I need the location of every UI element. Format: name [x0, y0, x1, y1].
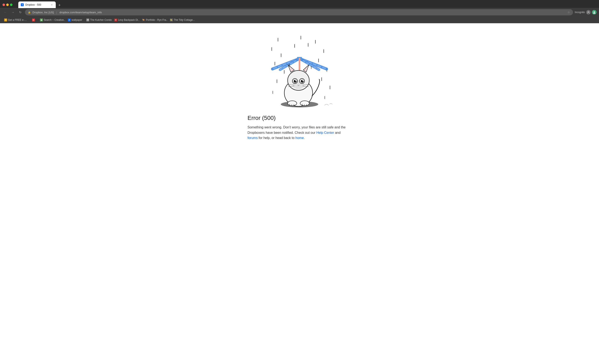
svg-point-33	[295, 80, 296, 81]
svg-point-1	[594, 11, 595, 12]
svg-rect-2	[278, 38, 278, 42]
svg-point-35	[301, 80, 304, 83]
incognito-area: Incognito	[575, 10, 597, 15]
maximize-button[interactable]	[10, 4, 12, 6]
svg-rect-56	[311, 66, 312, 69]
bookmark-get-free[interactable]: ★ Get a FREE e-boo...	[2, 18, 29, 22]
and-text: and	[334, 131, 341, 135]
svg-rect-12	[321, 77, 322, 81]
bookmarks-bar: ★ Get a FREE e-boo... E ◆ Search ~ Creat…	[0, 17, 599, 23]
bookmark-favicon-5: JK	[86, 18, 89, 21]
help-center-link[interactable]: Help Center	[316, 131, 334, 135]
lock-icon: 🔒	[28, 11, 31, 14]
cat-body	[281, 65, 320, 107]
svg-rect-5	[274, 62, 275, 66]
page-content: Error (500) Something went wrong. Don't …	[0, 23, 599, 364]
address-right: ☆	[567, 11, 570, 14]
bookmark-favicon-6: H	[114, 18, 117, 21]
tabs-bar: d Dropbox - 500 × +	[16, 1, 597, 8]
svg-point-36	[302, 80, 303, 81]
address-bar[interactable]: 🔒 Dropbox, Inc [US] | dropbox.com/team/s…	[25, 9, 573, 15]
error-title: Error (500)	[247, 115, 352, 121]
svg-point-32	[294, 80, 297, 83]
cat-illustration	[260, 32, 339, 110]
svg-rect-14	[300, 36, 301, 40]
bookmark-favicon-4: d	[68, 18, 71, 21]
bookmark-creative[interactable]: ◆ Search ~ Creative...	[38, 18, 65, 22]
bookmark-favicon-1: ★	[4, 18, 7, 21]
incognito-label: Incognito	[575, 11, 585, 14]
svg-rect-6	[284, 70, 284, 74]
bookmark-favicon-3: ◆	[40, 18, 43, 21]
svg-rect-16	[308, 43, 308, 47]
home-link[interactable]: home	[295, 136, 304, 140]
svg-point-48	[300, 101, 309, 106]
tab-favicon: d	[21, 3, 24, 6]
window-controls	[2, 4, 12, 6]
svg-rect-3	[271, 47, 272, 51]
bookmark-label-8: The Tidy Cottage...	[174, 18, 195, 21]
title-bar: d Dropbox - 500 × +	[0, 0, 599, 8]
svg-rect-8	[315, 40, 316, 44]
profile-button[interactable]	[592, 10, 597, 15]
svg-rect-13	[330, 86, 330, 89]
bookmark-wallpaper[interactable]: d wallpaper	[66, 18, 84, 22]
bookmark-kutcher[interactable]: JK The Kutcher Condo	[85, 18, 112, 22]
bookmark-favicon-7: 🐎	[142, 18, 145, 21]
svg-rect-55	[289, 64, 290, 67]
bookmark-label-3: Search ~ Creative...	[44, 18, 65, 21]
bookmark-portfolio[interactable]: 🐎 Portfolio - Ryn Fra...	[141, 18, 167, 22]
new-tab-button[interactable]: +	[57, 2, 62, 8]
tab-close-button[interactable]: ×	[50, 3, 53, 6]
org-name: Dropbox, Inc [US]	[32, 11, 54, 14]
bookmark-label-5: The Kutcher Condo	[90, 18, 112, 21]
error-illustration	[260, 32, 339, 110]
bookmark-label-6: Levy Backpack Di...	[118, 18, 140, 21]
address-separator: |	[56, 11, 57, 14]
svg-rect-4	[281, 53, 282, 57]
svg-rect-15	[294, 44, 295, 48]
svg-rect-10	[318, 59, 319, 62]
bookmark-tidy-cottage[interactable]: 🏡 The Tidy Cottage...	[168, 18, 195, 22]
period: .	[304, 136, 305, 140]
svg-point-47	[288, 101, 297, 106]
forums-link[interactable]: forums	[247, 136, 258, 140]
bookmark-label-4: wallpaper	[71, 18, 82, 21]
svg-rect-9	[323, 49, 324, 53]
svg-point-0	[588, 11, 589, 12]
close-button[interactable]	[2, 4, 5, 6]
tab-title: Dropbox - 500	[25, 3, 49, 6]
svg-rect-58	[273, 91, 273, 94]
svg-rect-7	[277, 79, 277, 83]
bookmark-label-7: Portfolio - Ryn Fra...	[146, 18, 167, 21]
error-content: Error (500) Something went wrong. Don't …	[243, 115, 356, 141]
browser-chrome: d Dropbox - 500 × + ← → ↻ 🔒 Dropbox, Inc…	[0, 0, 599, 23]
active-tab[interactable]: d Dropbox - 500 ×	[18, 1, 56, 8]
bookmark-levy[interactable]: H Levy Backpack Di...	[113, 18, 140, 22]
back-button[interactable]: ←	[2, 9, 8, 15]
error-description: Something went wrong. Don't worry, your …	[247, 125, 352, 141]
bookmark-favicon-2: E	[32, 18, 35, 21]
incognito-icon	[586, 10, 591, 15]
address-bar-row: ← → ↻ 🔒 Dropbox, Inc [US] | dropbox.com/…	[0, 8, 599, 17]
description-part2: for help, or head back to	[258, 136, 295, 140]
reload-button[interactable]: ↻	[18, 9, 23, 15]
forward-button[interactable]: →	[10, 9, 16, 15]
bookmark-favicon-8: 🏡	[170, 18, 173, 21]
bookmark-etsy[interactable]: E	[30, 18, 37, 22]
bookmark-label-1: Get a FREE e-boo...	[8, 18, 28, 21]
svg-rect-57	[325, 96, 325, 99]
address-url: dropbox.com/team/setup/team_info	[60, 11, 102, 14]
minimize-button[interactable]	[6, 4, 9, 6]
bookmark-star-icon[interactable]: ☆	[567, 11, 570, 14]
